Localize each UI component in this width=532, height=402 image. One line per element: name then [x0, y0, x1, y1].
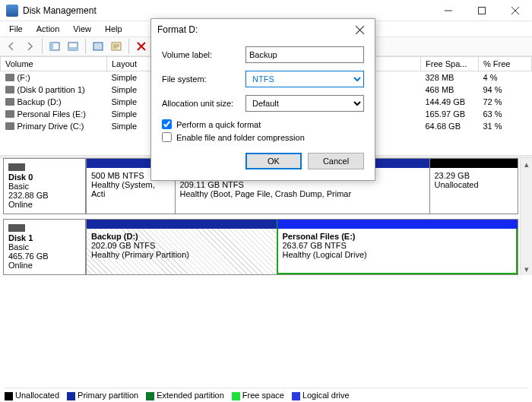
scroll-down-icon[interactable]: ▾: [521, 263, 532, 275]
label-alloc: Allocation unit size:: [162, 99, 245, 108]
window-title: Disk Management: [23, 5, 432, 16]
scroll-up-icon[interactable]: ▴: [521, 158, 532, 170]
legend-primary: Primary partition: [67, 391, 138, 400]
ok-button[interactable]: OK: [245, 153, 302, 169]
cancel-button[interactable]: Cancel: [308, 153, 364, 169]
svg-rect-2: [50, 43, 53, 50]
close-button[interactable]: [499, 0, 532, 21]
volume-icon: [5, 86, 14, 93]
legend-free: Free space: [232, 391, 284, 400]
partition[interactable]: Personal Files (E:)263.67 GB NTFSHealthy…: [277, 220, 518, 274]
svg-rect-5: [93, 43, 103, 50]
quick-format-checkbox[interactable]: [162, 119, 172, 129]
legend-extended: Extended partition: [146, 391, 224, 400]
volume-icon: [5, 74, 14, 81]
disk-icon: [8, 224, 25, 232]
volume-label-input[interactable]: [245, 46, 364, 63]
quick-format-label: Perform a quick format: [176, 120, 261, 129]
delete-icon[interactable]: [133, 38, 150, 55]
legend-logical: Logical drive: [292, 391, 350, 400]
properties-icon[interactable]: [108, 38, 125, 55]
menu-action[interactable]: Action: [32, 23, 65, 35]
volume-icon: [5, 122, 14, 130]
refresh-icon[interactable]: [90, 38, 106, 55]
compression-checkbox[interactable]: [162, 132, 172, 142]
maximize-button[interactable]: [465, 0, 499, 21]
minimize-button[interactable]: [432, 0, 465, 21]
app-icon: [6, 5, 18, 17]
compression-label: Enable file and folder compression: [176, 133, 305, 142]
filesystem-select[interactable]: NTFS: [245, 71, 364, 87]
menu-view[interactable]: View: [68, 23, 96, 35]
legend-unallocated: Unallocated: [5, 391, 59, 400]
toolbar-icon-2[interactable]: [65, 38, 81, 55]
disk-icon: [8, 163, 25, 171]
dialog-close-button[interactable]: [350, 21, 369, 39]
legend: Unallocated Primary partition Extended p…: [5, 388, 527, 400]
volume-icon: [5, 110, 14, 118]
col-free[interactable]: Free Spa...: [421, 57, 479, 71]
disk-row: Disk 1Basic465.76 GBOnlineBackup (D:)202…: [3, 219, 518, 275]
svg-rect-0: [479, 7, 486, 14]
partition[interactable]: Backup (D:)202.09 GB NTFSHealthy (Primar…: [86, 220, 277, 274]
col-volume[interactable]: Volume: [1, 57, 107, 71]
partition[interactable]: 23.29 GBUnallocated: [429, 159, 518, 214]
menu-help[interactable]: Help: [100, 23, 127, 35]
svg-rect-4: [68, 47, 78, 50]
toolbar-icon-1[interactable]: [46, 38, 63, 55]
col-pct[interactable]: % Free: [479, 57, 532, 71]
disk-label[interactable]: Disk 1Basic465.76 GBOnline: [4, 220, 86, 274]
back-button[interactable]: [3, 38, 20, 55]
volume-icon: [5, 98, 14, 106]
label-volume: Volume label:: [162, 50, 245, 59]
dialog-title: Format D:: [157, 24, 350, 35]
forward-button[interactable]: [21, 38, 38, 55]
format-dialog: Format D: Volume label: File system: NTF…: [150, 18, 375, 181]
allocation-select[interactable]: Default: [245, 95, 364, 112]
menu-file[interactable]: File: [5, 23, 27, 35]
label-filesystem: File system:: [162, 74, 245, 84]
disk-label[interactable]: Disk 0Basic232.88 GBOnline: [4, 159, 86, 214]
scrollbar-vertical[interactable]: ▴ ▾: [520, 158, 532, 275]
